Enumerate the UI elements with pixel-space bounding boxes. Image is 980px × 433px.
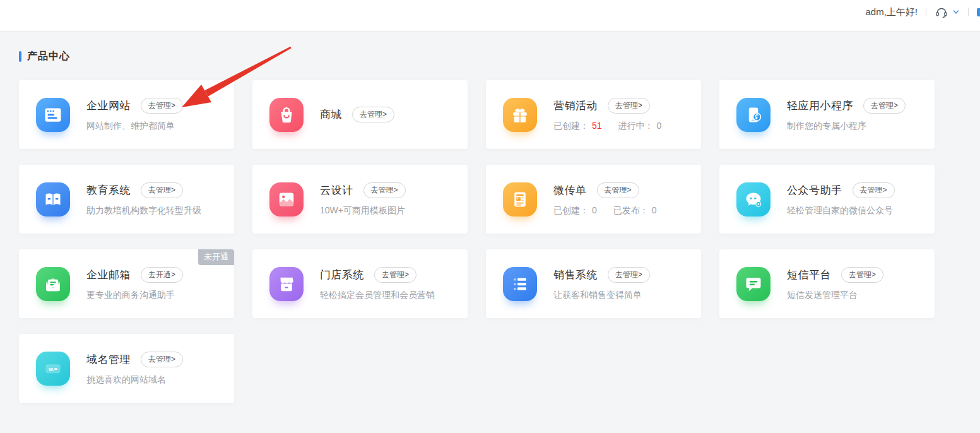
product-title: 门店系统 <box>320 268 364 282</box>
miniapp-phone-icon <box>736 98 770 132</box>
card-action-button[interactable]: 去管理> <box>608 98 650 114</box>
card-action-button[interactable]: 去管理> <box>141 98 183 114</box>
title-accent-bar <box>19 51 21 62</box>
card-action-button[interactable]: 去管理> <box>853 182 895 198</box>
product-subtitle: 轻松管理自家的微信公众号 <box>787 205 895 216</box>
card-action-button[interactable]: 去管理> <box>374 267 416 283</box>
storefront-icon <box>269 267 304 301</box>
product-card[interactable]: 商城 去管理> <box>252 80 468 149</box>
product-subtitle: 更专业的商务沟通助手 <box>86 290 183 301</box>
gift-icon <box>503 98 537 132</box>
stat-label: 已创建： <box>553 121 589 131</box>
card-action-button[interactable]: 去管理> <box>141 182 183 198</box>
product-subtitle: 轻松搞定会员管理和会员营销 <box>320 290 435 301</box>
stat-label: 已发布： <box>613 205 649 215</box>
card-info: 轻应用小程序 去管理> 制作您的专属小程序 <box>787 98 906 132</box>
sms-bubble-icon <box>736 267 770 301</box>
user-greeting: adm,上午好! <box>865 6 918 18</box>
product-card[interactable]: 营销活动 去管理> 已创建：51进行中：0 <box>486 80 701 149</box>
stat-label: 已创建： <box>553 205 589 215</box>
stat-item: 已创建：0 <box>553 205 597 215</box>
product-title: 短信平台 <box>787 268 831 282</box>
website-icon <box>36 98 70 132</box>
product-title: 企业邮箱 <box>86 268 131 282</box>
product-subtitle: 助力教培机构数字化转型升级 <box>86 205 201 216</box>
product-card[interactable]: 云设计 去管理> 10W+可商用模板图片 <box>252 165 468 234</box>
top-header: adm,上午好! <box>0 0 980 32</box>
card-info: 企业网站 去管理> 网站制作、维护都简单 <box>86 98 183 132</box>
section-header: 产品中心 <box>19 50 980 62</box>
chevron-down-icon[interactable] <box>952 8 960 16</box>
wechat-gear-icon <box>736 182 770 216</box>
card-action-button[interactable]: 去管理> <box>863 98 906 114</box>
image-icon <box>269 182 304 216</box>
product-subtitle: 已创建：51进行中：0 <box>553 121 678 132</box>
card-info: 企业邮箱 去开通> 更专业的商务沟通助手 <box>86 267 183 301</box>
product-title: 商城 <box>320 107 342 122</box>
card-action-button[interactable]: 去管理> <box>363 182 406 198</box>
card-info: 公众号助手 去管理> 轻松管理自家的微信公众号 <box>787 182 895 216</box>
card-info: 微传单 去管理> 已创建：0已发布：0 <box>553 182 673 216</box>
card-info: 域名管理 去管理> 挑选喜欢的网站域名 <box>86 352 183 386</box>
stat-value: 0 <box>592 205 597 215</box>
flyer-icon <box>503 182 537 216</box>
product-title: 营销活动 <box>553 98 598 113</box>
card-info: 营销活动 去管理> 已创建：51进行中：0 <box>553 98 678 132</box>
card-info: 销售系统 去管理> 让获客和销售变得简单 <box>553 267 650 301</box>
product-title: 微传单 <box>553 183 587 198</box>
product-card[interactable]: 销售系统 去管理> 让获客和销售变得简单 <box>486 249 701 318</box>
product-subtitle: 制作您的专属小程序 <box>787 121 906 132</box>
stat-value: 0 <box>657 121 662 131</box>
card-action-button[interactable]: 去管理> <box>597 182 639 198</box>
card-info: 教育系统 去管理> 助力教培机构数字化转型升级 <box>86 182 201 216</box>
product-title: 域名管理 <box>86 352 131 367</box>
card-action-button[interactable]: 去管理> <box>841 267 883 283</box>
card-action-button[interactable]: 去管理> <box>141 352 183 367</box>
headset-icon[interactable] <box>935 5 948 19</box>
stat-item: 进行中：0 <box>618 121 662 131</box>
header-divider <box>968 8 969 16</box>
stat-label: 进行中： <box>618 121 654 131</box>
product-card[interactable]: 轻应用小程序 去管理> 制作您的专属小程序 <box>719 80 935 149</box>
list-icon <box>503 267 537 301</box>
product-subtitle: 网站制作、维护都简单 <box>86 121 183 132</box>
header-divider <box>926 8 926 16</box>
card-info: 商城 去管理> <box>320 107 394 122</box>
card-action-button[interactable]: 去开通> <box>141 267 183 283</box>
product-title: 销售系统 <box>553 268 598 282</box>
product-grid: 企业网站 去管理> 网站制作、维护都简单 商城 去管理> 营销活动 去管理> <box>19 80 980 403</box>
svg-text:w.=: w.= <box>48 365 57 372</box>
open-mail-icon <box>36 267 70 301</box>
stat-value: 51 <box>592 121 602 131</box>
stat-item: 已创建：51 <box>553 121 602 131</box>
page-title: 产品中心 <box>27 50 70 63</box>
product-card[interactable]: 公众号助手 去管理> 轻松管理自家的微信公众号 <box>719 165 935 234</box>
product-title: 企业网站 <box>86 98 131 113</box>
product-subtitle: 挑选喜欢的网站域名 <box>86 374 183 386</box>
mall-bag-icon <box>269 98 304 132</box>
stat-value: 0 <box>652 205 657 215</box>
product-title: 公众号助手 <box>787 183 842 198</box>
card-info: 门店系统 去管理> 轻松搞定会员管理和会员营销 <box>320 267 435 301</box>
status-badge: 未开通 <box>198 249 234 265</box>
product-title: 教育系统 <box>86 183 131 198</box>
product-card[interactable]: w.= 域名管理 去管理> 挑选喜欢的网站域名 <box>19 334 234 403</box>
card-action-button[interactable]: 去管理> <box>608 267 650 283</box>
card-info: 短信平台 去管理> 短信发送管理平台 <box>787 267 883 301</box>
product-card[interactable]: 未开通 企业邮箱 去开通> 更专业的商务沟通助手 <box>19 249 234 318</box>
open-book-icon <box>36 182 70 216</box>
product-title: 云设计 <box>320 183 353 198</box>
product-card[interactable]: 教育系统 去管理> 助力教培机构数字化转型升级 <box>19 165 234 234</box>
card-action-button[interactable]: 去管理> <box>352 107 394 122</box>
product-card[interactable]: 门店系统 去管理> 轻松搞定会员管理和会员营销 <box>252 249 468 318</box>
product-card[interactable]: 企业网站 去管理> 网站制作、维护都简单 <box>19 80 234 149</box>
product-subtitle: 10W+可商用模板图片 <box>320 205 406 216</box>
cut-off-blue-icon[interactable] <box>977 8 980 16</box>
support-menu[interactable] <box>935 5 960 19</box>
header-user-area: adm,上午好! <box>865 1 980 23</box>
product-card[interactable]: 微传单 去管理> 已创建：0已发布：0 <box>486 165 701 234</box>
product-subtitle: 短信发送管理平台 <box>787 290 883 301</box>
domain-tag-icon: w.= <box>36 352 70 386</box>
product-card[interactable]: 短信平台 去管理> 短信发送管理平台 <box>719 249 935 318</box>
product-subtitle: 已创建：0已发布：0 <box>553 205 673 216</box>
